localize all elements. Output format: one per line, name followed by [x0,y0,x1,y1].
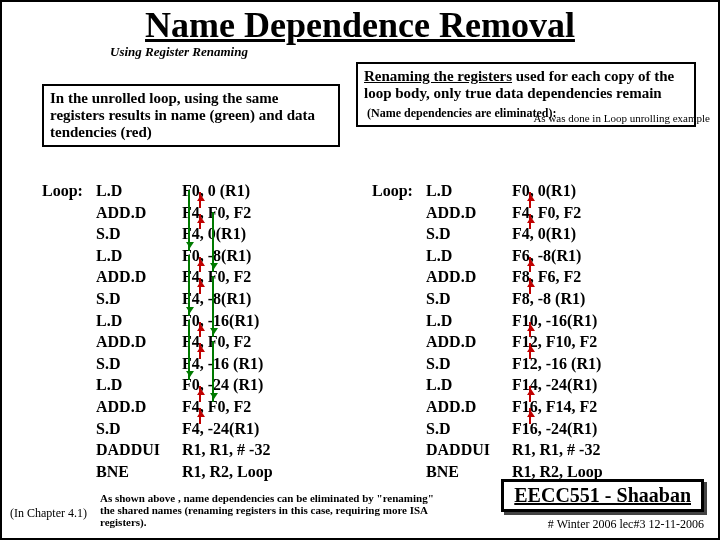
code-arg: F16, -24(R1) [512,418,597,440]
code-row: DADDUIR1, R1, # -32 [372,439,692,461]
name-dep-arrow [212,212,220,273]
code-op: S.D [426,223,512,245]
code-op: S.D [96,288,182,310]
true-dep-arrow [199,192,207,208]
true-dep-arrow [529,192,537,208]
chapter-reference: (In Chapter 4.1) [10,506,87,521]
code-op: BNE [96,461,182,483]
name-dep-arrow [212,276,220,337]
right-code-block: Loop:L.DF0, 0(R1)ADD.DF4, F0, F2S.DF4, 0… [372,180,692,482]
name-dep-arrow [212,341,220,402]
true-dep-arrow [199,322,207,338]
code-label: Loop: [42,180,96,202]
code-arg: F4, F0, F2 [512,202,581,224]
name-dep-arrow [188,190,196,251]
code-op: L.D [426,245,512,267]
code-op: ADD.D [96,266,182,288]
true-dep-arrow [529,343,537,359]
code-op: L.D [96,374,182,396]
code-arg: R1, R1, # -32 [182,439,270,461]
true-dep-arrow [199,278,207,294]
code-op: ADD.D [96,396,182,418]
code-row: DADDUIR1, R1, # -32 [42,439,342,461]
code-arg: R1, R2, Loop [182,461,273,483]
code-arg: F10, -16(R1) [512,310,597,332]
code-row: S.DF4, -24(R1) [42,418,342,440]
code-op: S.D [96,353,182,375]
true-dep-arrow [529,214,537,230]
code-arg: F4, -24(R1) [182,418,259,440]
code-arg: R1, R1, # -32 [512,439,600,461]
left-description-box: In the unrolled loop, using the same reg… [42,84,340,147]
code-arg: F8, F6, F2 [512,266,581,288]
code-arg: F8, -8 (R1) [512,288,585,310]
code-arg: F12, F10, F2 [512,331,597,353]
code-op: L.D [96,310,182,332]
sidenote: As was done in Loop unrolling example [533,112,710,124]
code-op: L.D [96,245,182,267]
true-dep-arrow [199,408,207,424]
code-op: BNE [426,461,512,483]
code-label: Loop: [372,180,426,202]
code-row: ADD.DF4, F0, F2 [42,396,342,418]
code-row: BNER1, R2, Loop [42,461,342,483]
code-op: L.D [426,374,512,396]
code-op: ADD.D [96,331,182,353]
course-badge: EECC551 - Shaaban [501,479,704,512]
code-op: L.D [96,180,182,202]
left-code-block: Loop:L.DF0, 0 (R1)ADD.DF4, F0, F2S.DF4, … [42,180,342,482]
true-dep-arrow [529,257,537,273]
true-dep-arrow [529,408,537,424]
code-op: DADDUI [96,439,182,461]
slide-subtitle: Using Register Renaming [110,44,718,60]
code-op: L.D [426,310,512,332]
true-dep-arrow [529,278,537,294]
code-op: S.D [96,418,182,440]
code-op: ADD.D [426,266,512,288]
code-op: S.D [426,288,512,310]
code-op: S.D [426,418,512,440]
code-op: DADDUI [426,439,512,461]
code-op: ADD.D [426,396,512,418]
name-dep-arrow [188,320,196,381]
true-dep-arrow [529,386,537,402]
code-arg: F12, -16 (R1) [512,353,601,375]
code-op: ADD.D [426,331,512,353]
true-dep-arrow [199,257,207,273]
code-op: S.D [96,223,182,245]
right-description-wrap: Renaming the registers used for each cop… [356,62,696,127]
code-arg: F0, 0(R1) [512,180,576,202]
lecture-info: # Winter 2006 lec#3 12-11-2006 [548,517,704,532]
right-desc-p1: Renaming the registers used for each cop… [364,68,688,102]
code-arg: F4, 0(R1) [512,223,576,245]
true-dep-arrow [199,343,207,359]
code-op: ADD.D [96,202,182,224]
slide-title: Name Dependence Removal [2,4,718,46]
footnote: As shown above , name dependencies can b… [100,492,450,528]
code-arg: F6, -8(R1) [512,245,581,267]
code-arg: F14, -24(R1) [512,374,597,396]
true-dep-arrow [199,386,207,402]
code-op: S.D [426,353,512,375]
code-op: L.D [426,180,512,202]
right-desc-underline: Renaming the registers [364,68,512,84]
code-arg: F16, F14, F2 [512,396,597,418]
true-dep-arrow [529,322,537,338]
true-dep-arrow [199,214,207,230]
code-op: ADD.D [426,202,512,224]
name-dep-arrow [188,255,196,316]
